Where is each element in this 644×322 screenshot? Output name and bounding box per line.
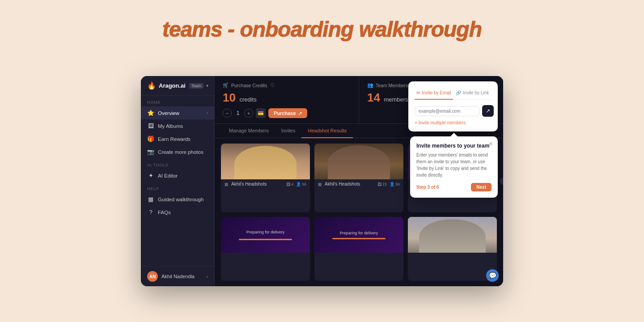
rewards-icon: 🎁 (147, 136, 154, 142)
gallery-item-6[interactable] (408, 217, 497, 281)
link-icon: 🔗 (456, 90, 461, 95)
invite-multiple-button[interactable]: Invite multiple members (415, 120, 491, 125)
chat-bubble-button[interactable]: 💬 (486, 269, 499, 282)
photos-icon-2: 🖼 (377, 182, 381, 186)
purchase-button[interactable]: Purchase ↗ (268, 108, 307, 118)
sidebar-item-faqs[interactable]: ? FAQs (141, 206, 214, 219)
sidebar-label-ai-editor: AI Editor (158, 173, 178, 178)
members-card-label: Team Members (376, 83, 408, 88)
credits-card-header: 🛒 Purchase Credits ⓘ (223, 82, 351, 88)
gallery-stats-1: 🖼 4 👤 56 (286, 182, 306, 186)
sidebar-label-walkthrough: Guided walkthrough (158, 197, 203, 202)
ai-editor-icon: ✦ (147, 172, 154, 179)
logo-text: Aragon.ai (159, 82, 186, 89)
delivering-bar-4 (239, 239, 292, 240)
stepper-value: 1 (234, 110, 242, 116)
sidebar: 🔥 Aragon.ai Team ▾ HOME ⭐ Overview › 🖼 M… (141, 76, 215, 286)
sidebar-item-albums[interactable]: 🖼 My Albums (141, 119, 214, 132)
sidebar-item-walkthrough[interactable]: ▦ Guided walkthrough (141, 193, 214, 206)
sidebar-item-ai-editor[interactable]: ✦ AI Editor (141, 169, 214, 182)
section-label-help: HELP (141, 182, 214, 193)
invite-tab-link-label: Invite by Link (463, 90, 489, 95)
sidebar-item-create-photos[interactable]: 📷 Create more photos (141, 145, 214, 158)
gallery-thumb-1 (221, 144, 310, 179)
stepper-minus-button[interactable]: − (223, 109, 232, 118)
gallery-thumb-4: Preparing for delivery (221, 217, 310, 253)
sidebar-header[interactable]: 🔥 Aragon.ai Team ▾ (141, 76, 214, 96)
gallery-info-5 (314, 253, 403, 257)
members-value: 14 (367, 91, 380, 104)
user-initials: AN (149, 274, 156, 279)
gallery-name-1: Akhil's Headshots (231, 182, 284, 186)
walkthrough-icon: ▦ (147, 196, 154, 203)
sidebar-item-rewards[interactable]: 🎁 Earn Rewards (141, 132, 214, 145)
email-icon: ✉ (416, 90, 420, 95)
sidebar-label-faqs: FAQs (158, 210, 171, 215)
gallery-thumb-6 (408, 217, 497, 253)
tooltip-close-button[interactable]: ✕ (488, 141, 493, 147)
gallery-info-1: ▦ Akhil's Headshots 🖼 4 👤 56 (221, 179, 310, 189)
photos-count-2: 15 (382, 182, 387, 186)
tooltip-arrow (450, 133, 458, 136)
tooltip-next-button[interactable]: Next (471, 183, 491, 191)
faqs-icon: ? (147, 209, 154, 216)
create-photos-icon: 📷 (147, 148, 154, 155)
tooltip-step-label: Step 3 of 6 (416, 185, 439, 190)
footer-chevron-icon: › (207, 274, 208, 279)
sidebar-label-albums: My Albums (158, 123, 183, 129)
members-count-1: 56 (302, 182, 306, 186)
credits-controls: − 1 + 💳 Purchase ↗ (223, 108, 351, 118)
invite-panel: ✉ Invite by Email 🔗 Invite by Link ↗ In (408, 81, 498, 131)
invite-send-button[interactable]: ↗ (482, 105, 494, 117)
gallery-thumb-2 (314, 144, 403, 179)
gallery-item-4[interactable]: Preparing for delivery (221, 217, 310, 281)
tooltip-title: Invite members to your team (416, 143, 491, 149)
gallery-item-1[interactable]: ▦ Akhil's Headshots 🖼 4 👤 56 (221, 144, 310, 212)
tooltip-footer: Step 3 of 6 Next (416, 183, 491, 191)
sidebar-section-home: HOME ⭐ Overview › 🖼 My Albums 🎁 Earn Rew… (141, 96, 214, 158)
credits-unit: credits (239, 96, 256, 103)
sidebar-section-aitools: AI TOOLS ✦ AI Editor (141, 158, 214, 182)
section-label-home: HOME (141, 96, 214, 106)
sidebar-label-create-photos: Create more photos (158, 149, 203, 155)
app-container: 🔥 Aragon.ai Team ▾ HOME ⭐ Overview › 🖼 M… (141, 76, 503, 286)
invite-tab-email[interactable]: ✉ Invite by Email (415, 88, 453, 100)
gallery-grid-icon-2: ▦ (318, 182, 322, 186)
sidebar-label-overview: Overview (158, 110, 179, 116)
tab-invites-label: Invites (281, 128, 296, 133)
tab-invites[interactable]: Invites (275, 124, 302, 138)
invite-input-row: ↗ (415, 105, 491, 117)
page-title: teams - onboarding walkthrough (162, 17, 482, 42)
outer-wrapper: teams - onboarding walkthrough 🔥 Aragon.… (0, 0, 644, 322)
gallery-info-6 (408, 253, 497, 257)
gallery-stat-members-1: 👤 56 (296, 182, 306, 186)
gallery-stat-photos-1: 🖼 4 (286, 182, 293, 186)
flame-icon: 🔥 (147, 81, 156, 90)
section-label-aitools: AI TOOLS (141, 158, 214, 169)
credits-unit-icon: 💳 (256, 108, 266, 118)
photos-count-1: 4 (291, 182, 293, 186)
send-icon: ↗ (486, 108, 490, 114)
members-icon-2: 👤 (390, 182, 394, 186)
delivering-bar-5 (332, 238, 386, 239)
gallery-info-4 (221, 253, 310, 257)
tab-manage-members[interactable]: Manage Members (223, 124, 275, 138)
gallery-stat-photos-2: 🖼 15 (377, 182, 387, 186)
gallery-item-5[interactable]: Preparing for delivery (314, 217, 403, 281)
invite-email-input[interactable] (415, 106, 479, 116)
purchase-label: Purchase (274, 110, 296, 116)
delivering-text-5: Preparing for delivery (340, 231, 378, 235)
tooltip-body: Enter your members' emails to send them … (416, 152, 491, 178)
photos-icon-1: 🖼 (286, 182, 290, 186)
tooltip-card: ✕ Invite members to your team Enter your… (410, 136, 498, 198)
sidebar-item-overview[interactable]: ⭐ Overview › (141, 106, 214, 119)
delivering-text-4: Preparing for delivery (246, 230, 285, 234)
tab-headshot-results[interactable]: Headshot Results (301, 124, 353, 138)
gallery-item-2[interactable]: ▦ Akhil's Headshots 🖼 15 👤 56 (314, 144, 403, 212)
sidebar-footer[interactable]: AN Akhil Nadendla › (141, 266, 214, 286)
stepper-plus-button[interactable]: + (244, 109, 253, 118)
credits-card: 🛒 Purchase Credits ⓘ 10 credits − 1 + 💳 (215, 76, 359, 123)
logo-badge: Team (189, 83, 203, 89)
invite-tab-link[interactable]: 🔗 Invite by Link (453, 88, 491, 100)
overview-icon: ⭐ (147, 110, 154, 116)
